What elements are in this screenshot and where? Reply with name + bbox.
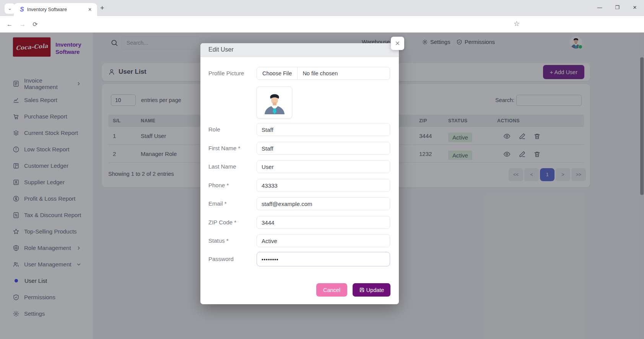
browser-toolbar: ← → ⟳ inventory.wwcoders.net/users ☆ ⋮ [0, 16, 644, 32]
close-window-button[interactable]: ✕ [629, 2, 640, 13]
maximize-button[interactable]: ❐ [612, 2, 623, 13]
avatar-image [263, 91, 286, 114]
status-label: Status * [208, 237, 229, 244]
phone-field[interactable] [257, 179, 390, 192]
browser-tab[interactable]: S Inventory Software ✕ [14, 3, 97, 16]
cancel-button[interactable]: Cancel [316, 283, 347, 297]
modal-title: Edit User [208, 46, 234, 53]
browser-tab-strip: ⌄ S Inventory Software ✕ + — ❐ ✕ [0, 0, 644, 16]
password-label: Password [208, 256, 234, 262]
zip-code-label: ZIP Code * [208, 219, 236, 225]
update-button[interactable]: Update [353, 283, 390, 297]
last-name-field[interactable] [257, 160, 390, 173]
password-field[interactable] [257, 252, 390, 266]
phone-label: Phone * [208, 182, 229, 188]
tab-close-icon[interactable]: ✕ [86, 6, 93, 13]
file-chosen-text: No file chosen [298, 70, 338, 76]
profile-picture-preview [257, 86, 292, 118]
refresh-button[interactable]: ⟳ [30, 19, 40, 29]
tab-title: Inventory Software [27, 7, 86, 12]
role-field[interactable] [257, 123, 390, 136]
update-button-label: Update [366, 287, 384, 293]
last-name-label: Last Name [208, 163, 236, 170]
profile-picture-label: Profile Picture [208, 70, 244, 76]
screen: ⌄ S Inventory Software ✕ + — ❐ ✕ ← → ⟳ i… [0, 0, 644, 339]
minimize-button[interactable]: — [594, 2, 605, 13]
back-button[interactable]: ← [5, 19, 15, 29]
modal-close-icon[interactable]: ✕ [391, 37, 404, 50]
forward-button[interactable]: → [18, 19, 28, 29]
bookmark-star-icon[interactable]: ☆ [512, 19, 522, 29]
email-field[interactable] [257, 197, 390, 210]
profile-picture-file-input[interactable]: Choose File No file chosen [257, 67, 390, 80]
save-floppy-icon [359, 287, 365, 293]
modal-header: Edit User [200, 43, 399, 57]
tab-search-button[interactable]: ⌄ [5, 3, 15, 14]
first-name-field[interactable] [257, 142, 390, 155]
status-field[interactable] [257, 234, 390, 247]
choose-file-button[interactable]: Choose File [257, 67, 298, 80]
first-name-label: First Name * [208, 145, 240, 151]
role-label: Role [208, 126, 220, 133]
new-tab-button[interactable]: + [100, 4, 104, 12]
favicon-icon: S [20, 6, 24, 13]
email-label: Email * [208, 200, 227, 207]
edit-user-modal: Edit User ✕ Profile Picture Choose File … [200, 43, 399, 304]
window-controls: — ❐ ✕ [594, 2, 640, 13]
zip-code-field[interactable] [257, 216, 390, 229]
